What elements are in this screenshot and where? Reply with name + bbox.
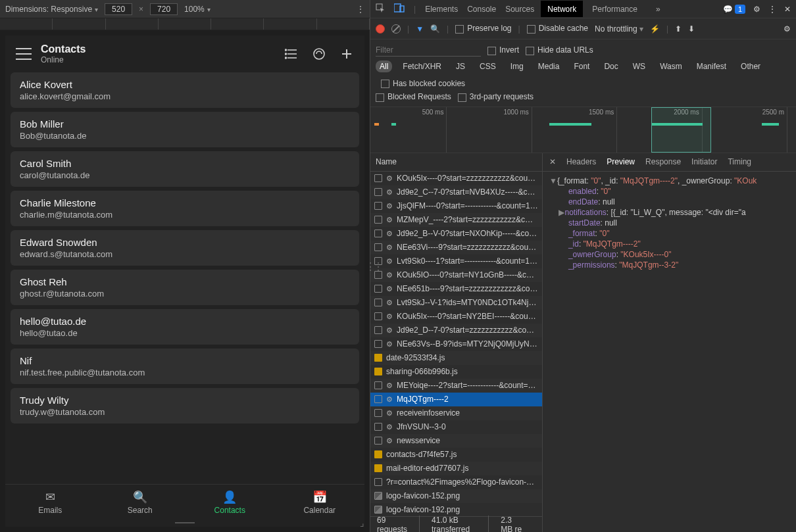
request-row[interactable]: ⚙Lvt9Sk0----1?start=------------&count=1…: [370, 254, 542, 268]
request-row[interactable]: ⚙KOuk5Ix----0?start=NY2BEI------&count…: [370, 310, 542, 324]
contact-item[interactable]: Trudy Wiltytrudy.w@tutanota.com: [11, 388, 359, 423]
issues-badge[interactable]: 💬 1: [723, 5, 745, 14]
inspect-icon[interactable]: [376, 3, 385, 14]
disable-cache-checkbox[interactable]: Disable cache: [527, 24, 588, 33]
request-row[interactable]: logo-favicon-192.png: [370, 503, 542, 516]
request-row[interactable]: ⚙Jd9e2_C--7-0?start=NVB4XUz-----&co…: [370, 185, 542, 199]
clear-button[interactable]: [391, 24, 401, 34]
close-devtools-icon[interactable]: ✕: [784, 5, 791, 14]
filter-type-fetch-xhr[interactable]: Fetch/XHR: [399, 60, 445, 72]
blocked-requests-checkbox[interactable]: Blocked Requests: [376, 92, 451, 101]
filter-type-manifest[interactable]: Manifest: [693, 60, 730, 72]
detail-tab-headers[interactable]: Headers: [566, 157, 596, 166]
close-detail-icon[interactable]: ✕: [549, 157, 556, 166]
nav-search[interactable]: 🔍Search: [95, 485, 186, 519]
contact-item[interactable]: hello@tutao.dehello@tutao.de: [11, 309, 359, 345]
nav-emails[interactable]: ✉Emails: [5, 485, 95, 519]
list-sort-icon[interactable]: [284, 47, 299, 61]
tab-sources[interactable]: Sources: [505, 5, 534, 14]
contact-list[interactable]: Alice Kovertalice.kovert@gmail.comBob Mi…: [5, 72, 364, 484]
preview-body[interactable]: ▼{_format: "0", _id: "MqJQTgm----2", _ow…: [543, 172, 796, 532]
contact-item[interactable]: Nifnif.test.free.public@tutanota.com: [11, 349, 359, 384]
request-row[interactable]: ⚙NEe63Vs--B-9?ids=MTY2NjQ0MjUyNj…: [370, 337, 542, 351]
invert-checkbox[interactable]: Invert: [487, 45, 519, 55]
request-row[interactable]: ⚙MqJQTgm----2: [370, 393, 542, 406]
network-conditions-icon[interactable]: ⚡: [650, 24, 660, 34]
filter-input[interactable]: [376, 44, 481, 57]
kebab-icon[interactable]: ⋮: [768, 5, 776, 14]
timeline[interactable]: 500 ms1000 ms1500 ms2000 ms2500 m: [370, 107, 796, 153]
request-row[interactable]: mail-editor-edd77607.js: [370, 462, 542, 475]
preserve-log-checkbox[interactable]: Preserve log: [455, 24, 511, 33]
download-har-icon[interactable]: ⬇: [688, 24, 695, 34]
request-row[interactable]: ⚙KOuk5IO----0?start=NY1oGnB-----&cou…: [370, 268, 542, 282]
request-row[interactable]: ⚙NEe63Vi----9?start=zzzzzzzzzzz&cou…: [370, 241, 542, 254]
dimensions-dropdown[interactable]: Dimensions: Responsive: [5, 5, 98, 14]
width-input[interactable]: [105, 3, 132, 15]
contact-item[interactable]: Edward Snowdenedward.s@tutanota.com: [11, 230, 359, 266]
upload-har-icon[interactable]: ⬆: [675, 24, 682, 34]
filter-icon[interactable]: ▼: [416, 24, 424, 34]
zoom-dropdown[interactable]: 100%: [184, 5, 211, 14]
filter-type-doc[interactable]: Doc: [600, 60, 622, 72]
device-more-icon[interactable]: ⋮: [357, 5, 364, 14]
hide-data-urls-checkbox[interactable]: Hide data URLs: [526, 45, 593, 55]
request-row[interactable]: ⚙NEe651b----9?start=zzzzzzzzzzzz&co…: [370, 282, 542, 296]
filter-type-wasm[interactable]: Wasm: [656, 60, 686, 72]
settings-icon[interactable]: ⚙: [753, 5, 760, 14]
request-row[interactable]: ⚙JfnVSUN--3-0: [370, 420, 542, 434]
detail-tab-preview[interactable]: Preview: [607, 157, 635, 166]
menu-icon[interactable]: [16, 48, 32, 60]
contact-item[interactable]: Bob MillerBob@tutanota.de: [11, 112, 359, 147]
contact-item[interactable]: Ghost Rehghost.r@tutanota.com: [11, 270, 359, 305]
sync-icon[interactable]: [312, 47, 326, 61]
filter-type-js[interactable]: JS: [452, 60, 469, 72]
filter-type-all[interactable]: All: [376, 60, 392, 72]
throttling-dropdown[interactable]: No throttling ▾: [595, 24, 643, 34]
detail-tab-initiator[interactable]: Initiator: [691, 157, 717, 166]
request-row[interactable]: ⚙Jd9e2_B--V-0?start=NXOhKip-----&co…: [370, 227, 542, 241]
filter-type-ws[interactable]: WS: [629, 60, 649, 72]
nav-calendar[interactable]: 📅Calendar: [275, 485, 365, 519]
drag-handle[interactable]: [5, 519, 364, 527]
tab-console[interactable]: Console: [467, 5, 496, 14]
resize-handle-icon[interactable]: ⌟: [360, 518, 364, 528]
third-party-checkbox[interactable]: 3rd-party requests: [458, 92, 534, 101]
nav-contacts[interactable]: 👤Contacts: [185, 485, 275, 519]
request-list-header[interactable]: Name: [370, 153, 542, 172]
tab-elements[interactable]: Elements: [425, 5, 458, 14]
height-input[interactable]: [150, 3, 178, 15]
request-row[interactable]: ⚙Jd9e2_D--7-0?start=zzzzzzzzzzz&cou…: [370, 324, 542, 337]
device-mode-icon[interactable]: [394, 3, 405, 14]
pane-splitter[interactable]: ⋮⋮: [365, 260, 381, 272]
filter-type-font[interactable]: Font: [570, 60, 593, 72]
request-row[interactable]: ⚙MEYoiqe----2?start=------------&count=1…: [370, 379, 542, 393]
search-icon[interactable]: 🔍: [430, 24, 440, 34]
detail-tab-timing[interactable]: Timing: [728, 157, 751, 166]
request-row[interactable]: ⚙JjsQlFM----0?start=------------&count=1…: [370, 199, 542, 213]
filter-type-img[interactable]: Img: [507, 60, 528, 72]
request-row[interactable]: ⚙receiveinfoservice: [370, 406, 542, 420]
contact-item[interactable]: Alice Kovertalice.kovert@gmail.com: [11, 72, 359, 108]
request-row[interactable]: date-92533f34.js: [370, 351, 542, 365]
request-row[interactable]: ⚙MZMepV_----2?start=zzzzzzzzzzz&c…: [370, 213, 542, 227]
request-row[interactable]: logo-favicon-152.png: [370, 489, 542, 503]
request-row[interactable]: ⚙Lvt9SkJ--V-1?ids=MTY0NDc1OTk4Nj…: [370, 296, 542, 310]
request-row[interactable]: ⚙KOuk5Ix----0?start=zzzzzzzzzzz&cou…: [370, 172, 542, 185]
more-tabs-icon[interactable]: »: [656, 5, 660, 14]
filter-type-media[interactable]: Media: [534, 60, 564, 72]
request-row[interactable]: contacts-d7f4fe57.js: [370, 448, 542, 462]
blocked-cookies-checkbox[interactable]: Has blocked cookies: [381, 79, 465, 88]
detail-tab-response[interactable]: Response: [645, 157, 681, 166]
record-button[interactable]: [376, 24, 385, 34]
network-settings-icon[interactable]: ⚙: [784, 24, 791, 34]
contact-item[interactable]: Charlie Milestonecharlie.m@tutanota.com: [11, 191, 359, 226]
request-row[interactable]: ⚙newsservice: [370, 434, 542, 448]
contact-item[interactable]: Carol Smithcarol@tutanota.de: [11, 151, 359, 187]
filter-type-other[interactable]: Other: [737, 60, 764, 72]
request-row[interactable]: ?r=contact%2Fimages%2Flogo-favicon-…: [370, 475, 542, 489]
tab-performance[interactable]: Performance: [592, 5, 637, 14]
request-row[interactable]: sharing-066b996b.js: [370, 365, 542, 379]
tab-network[interactable]: Network: [541, 1, 583, 17]
add-icon[interactable]: [339, 47, 354, 61]
